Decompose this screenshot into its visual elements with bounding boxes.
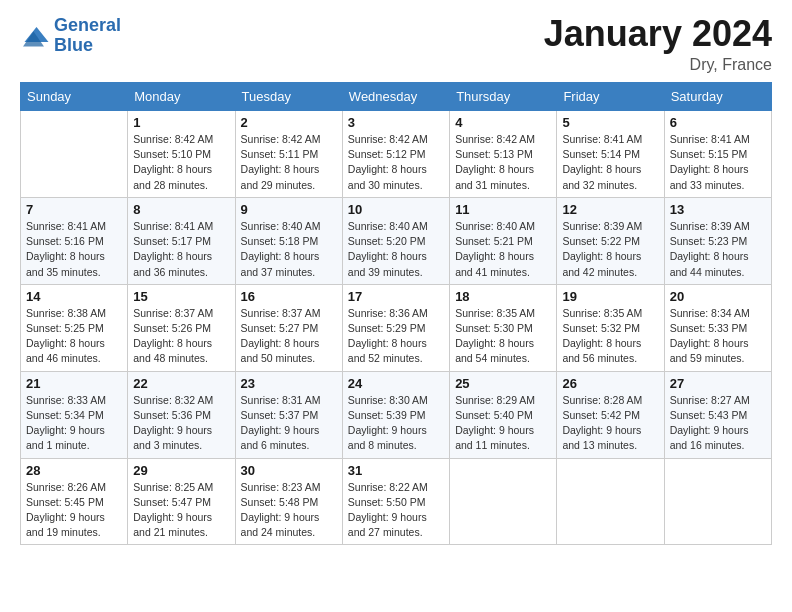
day-number: 18 [455, 289, 551, 304]
day-number: 8 [133, 202, 229, 217]
day-number: 5 [562, 115, 658, 130]
calendar-cell: 11Sunrise: 8:40 AM Sunset: 5:21 PM Dayli… [450, 197, 557, 284]
calendar-cell: 3Sunrise: 8:42 AM Sunset: 5:12 PM Daylig… [342, 111, 449, 198]
day-info: Sunrise: 8:34 AM Sunset: 5:33 PM Dayligh… [670, 306, 766, 367]
week-row-2: 7Sunrise: 8:41 AM Sunset: 5:16 PM Daylig… [21, 197, 772, 284]
day-number: 23 [241, 376, 337, 391]
calendar-cell: 17Sunrise: 8:36 AM Sunset: 5:29 PM Dayli… [342, 284, 449, 371]
week-row-5: 28Sunrise: 8:26 AM Sunset: 5:45 PM Dayli… [21, 458, 772, 545]
week-row-4: 21Sunrise: 8:33 AM Sunset: 5:34 PM Dayli… [21, 371, 772, 458]
logo: General Blue [20, 16, 121, 56]
day-info: Sunrise: 8:30 AM Sunset: 5:39 PM Dayligh… [348, 393, 444, 454]
calendar-cell: 5Sunrise: 8:41 AM Sunset: 5:14 PM Daylig… [557, 111, 664, 198]
day-info: Sunrise: 8:41 AM Sunset: 5:14 PM Dayligh… [562, 132, 658, 193]
header-day-wednesday: Wednesday [342, 83, 449, 111]
calendar-cell: 15Sunrise: 8:37 AM Sunset: 5:26 PM Dayli… [128, 284, 235, 371]
calendar-cell: 13Sunrise: 8:39 AM Sunset: 5:23 PM Dayli… [664, 197, 771, 284]
day-info: Sunrise: 8:27 AM Sunset: 5:43 PM Dayligh… [670, 393, 766, 454]
day-info: Sunrise: 8:39 AM Sunset: 5:23 PM Dayligh… [670, 219, 766, 280]
header-day-thursday: Thursday [450, 83, 557, 111]
day-info: Sunrise: 8:32 AM Sunset: 5:36 PM Dayligh… [133, 393, 229, 454]
month-title: January 2024 [544, 16, 772, 52]
day-number: 17 [348, 289, 444, 304]
day-info: Sunrise: 8:31 AM Sunset: 5:37 PM Dayligh… [241, 393, 337, 454]
day-number: 25 [455, 376, 551, 391]
calendar-cell: 21Sunrise: 8:33 AM Sunset: 5:34 PM Dayli… [21, 371, 128, 458]
day-info: Sunrise: 8:41 AM Sunset: 5:15 PM Dayligh… [670, 132, 766, 193]
day-info: Sunrise: 8:28 AM Sunset: 5:42 PM Dayligh… [562, 393, 658, 454]
title-area: January 2024 Dry, France [544, 16, 772, 74]
day-number: 6 [670, 115, 766, 130]
calendar-cell: 18Sunrise: 8:35 AM Sunset: 5:30 PM Dayli… [450, 284, 557, 371]
calendar-cell [21, 111, 128, 198]
day-number: 10 [348, 202, 444, 217]
day-info: Sunrise: 8:22 AM Sunset: 5:50 PM Dayligh… [348, 480, 444, 541]
day-number: 31 [348, 463, 444, 478]
calendar-cell: 1Sunrise: 8:42 AM Sunset: 5:10 PM Daylig… [128, 111, 235, 198]
calendar-cell: 16Sunrise: 8:37 AM Sunset: 5:27 PM Dayli… [235, 284, 342, 371]
day-number: 1 [133, 115, 229, 130]
page-header: General Blue January 2024 Dry, France [20, 16, 772, 74]
calendar-cell: 28Sunrise: 8:26 AM Sunset: 5:45 PM Dayli… [21, 458, 128, 545]
calendar-cell: 23Sunrise: 8:31 AM Sunset: 5:37 PM Dayli… [235, 371, 342, 458]
day-number: 2 [241, 115, 337, 130]
logo-text: General Blue [54, 16, 121, 56]
calendar-cell: 26Sunrise: 8:28 AM Sunset: 5:42 PM Dayli… [557, 371, 664, 458]
day-number: 26 [562, 376, 658, 391]
day-number: 27 [670, 376, 766, 391]
calendar-cell: 4Sunrise: 8:42 AM Sunset: 5:13 PM Daylig… [450, 111, 557, 198]
day-number: 9 [241, 202, 337, 217]
calendar-cell [450, 458, 557, 545]
logo-icon [20, 21, 50, 51]
day-number: 15 [133, 289, 229, 304]
day-info: Sunrise: 8:26 AM Sunset: 5:45 PM Dayligh… [26, 480, 122, 541]
day-number: 19 [562, 289, 658, 304]
day-info: Sunrise: 8:42 AM Sunset: 5:13 PM Dayligh… [455, 132, 551, 193]
day-info: Sunrise: 8:29 AM Sunset: 5:40 PM Dayligh… [455, 393, 551, 454]
calendar-cell: 29Sunrise: 8:25 AM Sunset: 5:47 PM Dayli… [128, 458, 235, 545]
day-info: Sunrise: 8:37 AM Sunset: 5:27 PM Dayligh… [241, 306, 337, 367]
day-info: Sunrise: 8:40 AM Sunset: 5:18 PM Dayligh… [241, 219, 337, 280]
day-info: Sunrise: 8:39 AM Sunset: 5:22 PM Dayligh… [562, 219, 658, 280]
calendar-cell: 31Sunrise: 8:22 AM Sunset: 5:50 PM Dayli… [342, 458, 449, 545]
calendar-cell: 20Sunrise: 8:34 AM Sunset: 5:33 PM Dayli… [664, 284, 771, 371]
day-number: 7 [26, 202, 122, 217]
week-row-1: 1Sunrise: 8:42 AM Sunset: 5:10 PM Daylig… [21, 111, 772, 198]
calendar-cell: 14Sunrise: 8:38 AM Sunset: 5:25 PM Dayli… [21, 284, 128, 371]
calendar-cell [664, 458, 771, 545]
calendar-cell: 19Sunrise: 8:35 AM Sunset: 5:32 PM Dayli… [557, 284, 664, 371]
calendar-cell: 27Sunrise: 8:27 AM Sunset: 5:43 PM Dayli… [664, 371, 771, 458]
calendar-cell: 30Sunrise: 8:23 AM Sunset: 5:48 PM Dayli… [235, 458, 342, 545]
day-number: 12 [562, 202, 658, 217]
header-row: SundayMondayTuesdayWednesdayThursdayFrid… [21, 83, 772, 111]
day-info: Sunrise: 8:40 AM Sunset: 5:21 PM Dayligh… [455, 219, 551, 280]
header-day-friday: Friday [557, 83, 664, 111]
day-number: 30 [241, 463, 337, 478]
day-info: Sunrise: 8:35 AM Sunset: 5:30 PM Dayligh… [455, 306, 551, 367]
day-info: Sunrise: 8:42 AM Sunset: 5:12 PM Dayligh… [348, 132, 444, 193]
day-number: 29 [133, 463, 229, 478]
day-number: 13 [670, 202, 766, 217]
day-info: Sunrise: 8:36 AM Sunset: 5:29 PM Dayligh… [348, 306, 444, 367]
day-number: 14 [26, 289, 122, 304]
day-number: 21 [26, 376, 122, 391]
day-number: 4 [455, 115, 551, 130]
calendar-cell: 22Sunrise: 8:32 AM Sunset: 5:36 PM Dayli… [128, 371, 235, 458]
day-info: Sunrise: 8:41 AM Sunset: 5:16 PM Dayligh… [26, 219, 122, 280]
day-number: 20 [670, 289, 766, 304]
day-number: 11 [455, 202, 551, 217]
day-info: Sunrise: 8:33 AM Sunset: 5:34 PM Dayligh… [26, 393, 122, 454]
calendar-cell: 7Sunrise: 8:41 AM Sunset: 5:16 PM Daylig… [21, 197, 128, 284]
calendar-cell: 2Sunrise: 8:42 AM Sunset: 5:11 PM Daylig… [235, 111, 342, 198]
calendar-cell: 25Sunrise: 8:29 AM Sunset: 5:40 PM Dayli… [450, 371, 557, 458]
day-number: 16 [241, 289, 337, 304]
header-day-tuesday: Tuesday [235, 83, 342, 111]
calendar-cell: 9Sunrise: 8:40 AM Sunset: 5:18 PM Daylig… [235, 197, 342, 284]
header-day-saturday: Saturday [664, 83, 771, 111]
day-info: Sunrise: 8:37 AM Sunset: 5:26 PM Dayligh… [133, 306, 229, 367]
day-info: Sunrise: 8:35 AM Sunset: 5:32 PM Dayligh… [562, 306, 658, 367]
header-day-monday: Monday [128, 83, 235, 111]
calendar-table: SundayMondayTuesdayWednesdayThursdayFrid… [20, 82, 772, 545]
day-info: Sunrise: 8:23 AM Sunset: 5:48 PM Dayligh… [241, 480, 337, 541]
day-number: 24 [348, 376, 444, 391]
